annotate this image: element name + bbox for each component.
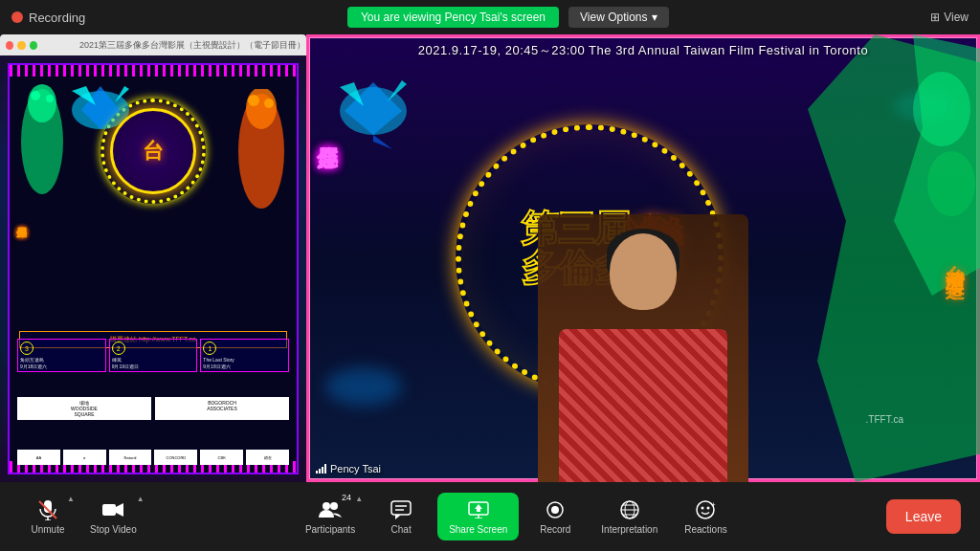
neon-border-top bbox=[10, 65, 297, 77]
svg-marker-34 bbox=[475, 504, 482, 512]
screenshare-panel: 2021第三屆多像多台灣影展（主視覺設計）（電子節目冊）.jpg bbox=[0, 34, 306, 482]
participants-icon: 24 bbox=[319, 498, 342, 521]
video-background: 2021.9.17-19, 20:45～23:00 The 3rd Annual… bbox=[306, 34, 980, 482]
chat-icon bbox=[390, 498, 412, 521]
share-screen-button[interactable]: Share Screen bbox=[437, 493, 519, 540]
svg-point-18 bbox=[927, 151, 975, 216]
taiwan-made-text: 台 灣 製 造 bbox=[943, 251, 969, 267]
presenter-video-panel: 2021.9.17-19, 20:45～23:00 The 3rd Annual… bbox=[306, 34, 980, 482]
svg-point-1 bbox=[28, 84, 56, 122]
unmute-button[interactable]: Unmute ▲ bbox=[19, 493, 77, 540]
main-content: 2021第三屆多像多台灣影展（主視覺設計）（電子節目冊）.jpg bbox=[0, 34, 980, 482]
screen-share-notice: You are viewing Pency Tsai's screen bbox=[347, 7, 559, 28]
share-screen-label: Share Screen bbox=[449, 524, 507, 535]
window-maximize-btn[interactable] bbox=[30, 41, 37, 50]
speaker-video bbox=[538, 214, 748, 482]
recording-label: Recording bbox=[29, 11, 85, 25]
svg-point-3 bbox=[46, 95, 54, 102]
toolbar-left: Unmute ▲ Stop Video ▲ bbox=[19, 493, 146, 540]
reactions-label: Reactions bbox=[684, 524, 726, 535]
poster-image: 台 必屬佳作 購票連結 http://www.TFFT.ca 3 角頭互連島9月… bbox=[8, 63, 299, 474]
chevron-down-icon: ▾ bbox=[652, 11, 657, 24]
grid-icon: ⊞ bbox=[930, 11, 940, 24]
participants-button[interactable]: 24 Participants ▲ bbox=[296, 493, 365, 540]
toolbar-center: 24 Participants ▲ Chat bbox=[146, 493, 886, 540]
window-close-btn[interactable] bbox=[6, 41, 13, 50]
venue-woodside: 場地WOODSIDESQUARE bbox=[17, 397, 151, 420]
window-title: 2021第三屆多像多台灣影展（主視覺設計）（電子節目冊）.jpg bbox=[79, 39, 301, 52]
recording-indicator: Recording bbox=[11, 11, 85, 25]
top-right-controls: ⊞ View bbox=[930, 11, 969, 24]
signal-bars bbox=[316, 464, 326, 474]
svg-point-9 bbox=[246, 89, 277, 129]
reactions-button[interactable]: + Reactions bbox=[675, 493, 736, 540]
leave-button[interactable]: Leave bbox=[886, 499, 961, 534]
interpretation-icon bbox=[618, 498, 641, 521]
speaker-head bbox=[610, 233, 677, 310]
window-chrome: 2021第三屆多像多台灣影展（主視覺設計）（電子節目冊）.jpg bbox=[0, 34, 306, 55]
participants-count: 24 bbox=[342, 493, 351, 502]
sponsor-alpha: α bbox=[63, 450, 106, 465]
svg-point-11 bbox=[264, 99, 274, 108]
view-button[interactable]: ⊞ View bbox=[930, 11, 969, 24]
svg-point-25 bbox=[323, 502, 330, 510]
record-label: Record bbox=[540, 524, 570, 535]
circle-emblem: 台 bbox=[110, 108, 196, 194]
sponsors-row: AA α Natural CONCORD CBK 縉在 bbox=[17, 450, 289, 465]
toolbar: Unmute ▲ Stop Video ▲ bbox=[0, 482, 980, 551]
record-button[interactable]: Record bbox=[526, 493, 584, 540]
camera-icon bbox=[101, 498, 124, 521]
interpretation-button[interactable]: Interpretation bbox=[591, 493, 667, 540]
venue-bogoroch: BOGOROCHASSOCIATES bbox=[155, 397, 289, 420]
svg-rect-27 bbox=[391, 501, 411, 515]
stop-video-label: Stop Video bbox=[90, 524, 137, 535]
toolbar-right: Leave bbox=[886, 499, 961, 534]
recording-dot bbox=[11, 11, 23, 23]
tfft-watermark: .TFFT.ca bbox=[866, 414, 903, 425]
chevron-up-icon: ▲ bbox=[67, 495, 75, 503]
svg-point-17 bbox=[913, 72, 970, 146]
films-section: 3 角頭互連島9月18日週六 2 棟篤9月19日週日 1 The Last St… bbox=[17, 339, 289, 372]
unmute-label: Unmute bbox=[31, 524, 64, 535]
chevron-up-icon-video: ▲ bbox=[137, 495, 145, 503]
chat-label: Chat bbox=[391, 524, 412, 535]
svg-point-10 bbox=[248, 95, 259, 106]
view-options-button[interactable]: View Options ▾ bbox=[568, 7, 668, 28]
top-bar: Recording You are viewing Pency Tsai's s… bbox=[0, 0, 980, 34]
sponsor-concord: CONCORD bbox=[154, 450, 197, 465]
share-screen-icon bbox=[467, 498, 490, 521]
participants-label: Participants bbox=[305, 524, 355, 535]
svg-point-44 bbox=[707, 507, 710, 510]
sponsor-cbk: CBK bbox=[200, 450, 243, 465]
svg-point-26 bbox=[330, 502, 338, 510]
poster-decor: 台 bbox=[14, 79, 292, 213]
svg-marker-24 bbox=[116, 503, 123, 517]
window-minimize-btn[interactable] bbox=[17, 41, 25, 50]
svg-rect-23 bbox=[102, 504, 116, 516]
sponsor-natural: Natural bbox=[109, 450, 152, 465]
cloud-left bbox=[325, 367, 402, 406]
venues-row: 場地WOODSIDESQUARE BOGOROCHASSOCIATES bbox=[17, 397, 289, 420]
film-item: 3 角頭互連島9月18日週六 bbox=[17, 339, 106, 372]
video-banner: 2021.9.17-19, 20:45～23:00 The 3rd Annual… bbox=[306, 42, 980, 59]
svg-text:+: + bbox=[711, 500, 716, 509]
chevron-up-icon-participants: ▲ bbox=[355, 495, 363, 503]
svg-point-43 bbox=[702, 507, 704, 510]
speaker-silhouette bbox=[538, 214, 748, 482]
svg-marker-16 bbox=[373, 135, 392, 149]
svg-point-2 bbox=[31, 91, 40, 100]
speaker-name: Pency Tsai bbox=[316, 463, 381, 474]
microphone-muted-icon bbox=[36, 498, 59, 521]
svg-point-36 bbox=[551, 506, 559, 514]
film-item: 1 The Last Story9月18日週六 bbox=[200, 339, 289, 372]
interpretation-label: Interpretation bbox=[601, 524, 657, 535]
emblem-text: 台 bbox=[143, 137, 164, 165]
chat-button[interactable]: Chat bbox=[372, 493, 430, 540]
reactions-icon: + bbox=[694, 498, 717, 521]
film-item: 2 棟篤9月19日週日 bbox=[109, 339, 198, 372]
speaker-body bbox=[559, 329, 727, 482]
record-icon bbox=[544, 498, 567, 521]
stop-video-button[interactable]: Stop Video ▲ bbox=[80, 493, 146, 540]
sponsor-aa: AA bbox=[17, 450, 60, 465]
sponsor-extra: 縉在 bbox=[246, 450, 289, 465]
